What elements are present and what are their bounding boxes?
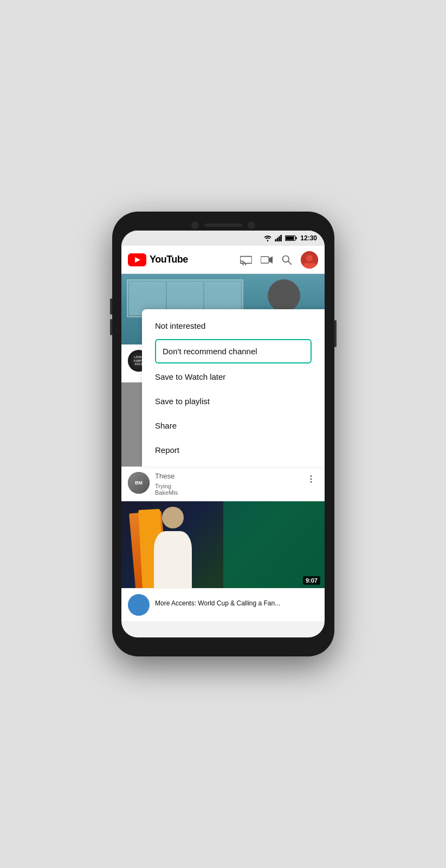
screen-content: 12:30 YouTube (121, 231, 325, 637)
video2-info: BM These Trying BakeMis (121, 467, 325, 501)
svg-point-21 (311, 475, 312, 477)
search-icon[interactable] (281, 254, 292, 265)
not-interested-item[interactable]: Not interested (142, 314, 325, 338)
youtube-logo-icon (128, 253, 146, 266)
cast-icon[interactable] (240, 254, 252, 265)
report-item[interactable]: Report (142, 438, 325, 462)
volume-buttons[interactable] (110, 298, 112, 335)
video2-section: Not interested Don't recommend channel S… (121, 382, 325, 467)
svg-rect-0 (275, 239, 277, 241)
power-button[interactable] (334, 320, 337, 347)
svg-rect-6 (286, 237, 294, 240)
youtube-app-name: YouTube (150, 254, 188, 265)
svg-marker-12 (269, 256, 273, 264)
speaker (204, 224, 242, 227)
svg-rect-2 (279, 237, 280, 241)
front-camera (191, 221, 199, 229)
status-icons (263, 235, 297, 241)
save-watch-later-item[interactable]: Save to Watch later (142, 365, 325, 389)
signal-icon (275, 235, 282, 241)
videos-container: 15:55 LAURAKAMPFKÖLN I made kitchen tile… (121, 274, 325, 621)
video2-title[interactable]: These (155, 472, 299, 481)
video2-channel-avatar[interactable]: BM (128, 472, 150, 494)
phone-camera-area (191, 221, 255, 229)
phone-screen: 12:30 YouTube (121, 231, 325, 637)
context-menu: Not interested Don't recommend channel S… (142, 309, 325, 467)
battery-icon (285, 235, 297, 241)
svg-point-22 (311, 478, 312, 480)
svg-rect-9 (240, 256, 252, 263)
share-item[interactable]: Share (142, 413, 325, 438)
video2-more-button[interactable] (304, 472, 318, 488)
video3-title[interactable]: More Accents: World Cup & Calling a Fan.… (155, 599, 280, 608)
video3-channel-avatar[interactable] (128, 594, 150, 616)
status-time: 12:30 (300, 234, 317, 242)
channel2-avatar-text: BM (135, 480, 143, 486)
context-menu-overlay (121, 382, 142, 467)
svg-rect-11 (261, 257, 269, 263)
user-avatar[interactable] (301, 251, 318, 269)
dont-recommend-wrapper: Don't recommend channel (148, 339, 318, 363)
svg-point-16 (306, 255, 313, 261)
phone-device: 12:30 YouTube (112, 212, 334, 656)
video2-meta-trying: Trying (155, 483, 299, 489)
header-actions (240, 251, 318, 269)
volume-up[interactable] (110, 298, 112, 315)
video3-duration: 9:07 (303, 576, 320, 585)
status-bar: 12:30 (121, 231, 325, 246)
video3-thumbnail[interactable]: 9:07 (121, 501, 325, 588)
sensor (248, 221, 255, 229)
video3-info: More Accents: World Cup & Calling a Fan.… (121, 588, 325, 621)
youtube-logo: YouTube (128, 253, 188, 266)
video2-details: These Trying BakeMis (155, 472, 299, 496)
youtube-header: YouTube (121, 246, 325, 274)
video2-channel: BakeMis (155, 489, 299, 496)
camera-icon[interactable] (261, 255, 273, 265)
wifi-icon (263, 235, 272, 241)
volume-down[interactable] (110, 319, 112, 335)
save-playlist-item[interactable]: Save to playlist (142, 389, 325, 413)
svg-rect-1 (277, 238, 279, 241)
dont-recommend-item[interactable]: Don't recommend channel (155, 339, 312, 363)
svg-rect-3 (281, 235, 282, 241)
svg-rect-5 (296, 237, 297, 239)
svg-point-23 (311, 481, 312, 483)
svg-rect-17 (303, 263, 316, 269)
svg-line-14 (288, 261, 291, 264)
